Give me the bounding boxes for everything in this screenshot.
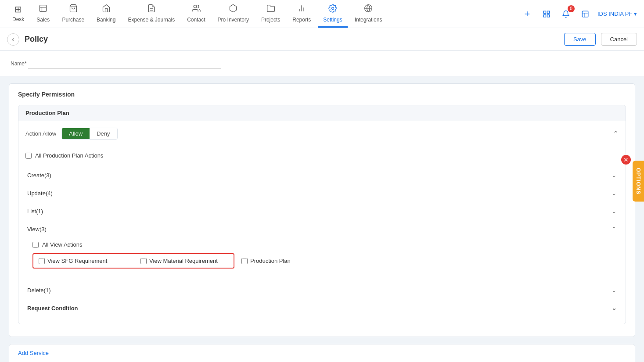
nav-sales-label: Sales bbox=[36, 17, 50, 23]
banking-icon bbox=[102, 4, 111, 15]
production-plan-item: Production Plan bbox=[241, 253, 329, 264]
layout-button[interactable] bbox=[578, 7, 592, 21]
accordion-update: Update(4) ⌄ bbox=[25, 184, 619, 202]
desk-icon: ⊞ bbox=[14, 4, 22, 14]
add-service-select-wrapper: ⌄ bbox=[18, 360, 626, 362]
specify-permission-title: Specify Permission bbox=[18, 91, 626, 98]
allow-deny-toggle: Allow Deny bbox=[61, 128, 117, 140]
name-label: Name* bbox=[11, 61, 27, 67]
chevron-down-icon: ⌄ bbox=[612, 287, 617, 294]
request-condition-row[interactable]: Request Condition ⌄ bbox=[25, 299, 619, 317]
view-sfg-label: View SFG Requirement bbox=[47, 258, 107, 264]
nav-purchase[interactable]: Purchase bbox=[57, 0, 90, 28]
options-tab[interactable]: OPTIONS bbox=[633, 161, 644, 201]
notification-area[interactable]: 0 bbox=[559, 7, 573, 21]
nav-desk[interactable]: ⊞ Desk bbox=[7, 0, 29, 27]
nav-reports[interactable]: Reports bbox=[287, 0, 316, 28]
allow-button[interactable]: Allow bbox=[62, 128, 90, 139]
add-button[interactable]: + bbox=[520, 7, 534, 21]
nav-integrations-label: Integrations bbox=[355, 17, 382, 23]
all-view-label: All View Actions bbox=[42, 241, 83, 248]
chevron-down-icon: ⌄ bbox=[612, 190, 617, 197]
back-button[interactable]: ‹ bbox=[7, 33, 19, 46]
view-material-checkbox[interactable] bbox=[140, 258, 147, 264]
nav-desk-label: Desk bbox=[12, 16, 24, 22]
accordion-update-header[interactable]: Update(4) ⌄ bbox=[25, 184, 619, 202]
svg-rect-14 bbox=[547, 11, 549, 13]
accordion-create-label: Create(3) bbox=[27, 172, 51, 179]
accordion-list-label: List(1) bbox=[27, 208, 43, 215]
accordion-list-header[interactable]: List(1) ⌄ bbox=[25, 202, 619, 220]
nav-projects[interactable]: Projects bbox=[256, 0, 285, 28]
svg-rect-17 bbox=[582, 11, 588, 17]
svg-point-10 bbox=[331, 7, 334, 9]
accordion-view-label: View(3) bbox=[27, 226, 47, 233]
accordion-view-body: All View Actions View SFG Requirement bbox=[25, 238, 619, 281]
name-input[interactable] bbox=[28, 58, 221, 69]
specify-permission-section: Specify Permission Production Plan Actio… bbox=[9, 83, 635, 337]
chevron-up-icon: ⌃ bbox=[612, 226, 617, 233]
svg-rect-16 bbox=[547, 14, 549, 17]
all-actions-label: All Production Plan Actions bbox=[35, 152, 103, 159]
add-service-link[interactable]: Add Service bbox=[18, 350, 49, 356]
svg-rect-15 bbox=[543, 14, 546, 17]
nav-banking[interactable]: Banking bbox=[91, 0, 121, 28]
accordion-create-header[interactable]: Create(3) ⌄ bbox=[25, 166, 619, 184]
nav-right: + 0 IDS INDIA PF ▾ bbox=[520, 7, 637, 21]
nav-pro-inventory[interactable]: Pro Inventory bbox=[212, 0, 254, 28]
deny-button[interactable]: Deny bbox=[90, 128, 117, 139]
action-allow-label: Action Allow bbox=[25, 130, 56, 137]
nav-projects-label: Projects bbox=[261, 17, 280, 23]
nav-purchase-label: Purchase bbox=[62, 17, 84, 23]
options-close-button[interactable]: ✕ bbox=[621, 155, 631, 165]
sales-icon bbox=[39, 4, 47, 15]
view-sfg-item: View SFG Requirement bbox=[39, 258, 126, 264]
all-actions-checkbox[interactable] bbox=[25, 153, 32, 159]
production-plan-header: Production Plan bbox=[18, 105, 626, 121]
accordion-list: List(1) ⌄ bbox=[25, 202, 619, 220]
all-actions-row: All Production Plan Actions bbox=[25, 152, 619, 159]
page-title: Policy bbox=[25, 35, 559, 44]
accordion-view-header[interactable]: View(3) ⌃ bbox=[25, 220, 619, 238]
highlighted-checkboxes-box: View SFG Requirement View Material Requi… bbox=[32, 253, 234, 269]
production-plan-card: Production Plan Action Allow Allow Deny … bbox=[18, 105, 626, 324]
view-material-item: View Material Requirement bbox=[140, 258, 228, 264]
org-label[interactable]: IDS INDIA PF ▾ bbox=[597, 11, 637, 17]
purchase-icon bbox=[69, 4, 78, 15]
nav-sales[interactable]: Sales bbox=[31, 0, 55, 28]
accordion-update-label: Update(4) bbox=[27, 190, 53, 197]
nav-contact-label: Contact bbox=[187, 17, 205, 23]
svg-point-6 bbox=[194, 5, 197, 8]
chevron-down-icon: ⌄ bbox=[612, 208, 617, 215]
all-view-checkbox[interactable] bbox=[32, 242, 39, 248]
sub-header: ‹ Policy Save Cancel bbox=[0, 28, 644, 51]
accordion-view: View(3) ⌃ All View Actions bbox=[25, 220, 619, 281]
accordion-delete-header[interactable]: Delete(1) ⌄ bbox=[25, 281, 619, 299]
accordion-create: Create(3) ⌄ bbox=[25, 166, 619, 184]
save-button[interactable]: Save bbox=[564, 33, 596, 46]
nav-contact[interactable]: Contact bbox=[182, 0, 210, 28]
request-condition-chevron: ⌄ bbox=[612, 305, 617, 312]
action-allow-row: Action Allow Allow Deny ⌃ bbox=[25, 128, 619, 145]
production-plan-view-label: Production Plan bbox=[250, 258, 291, 264]
grid-view-button[interactable] bbox=[540, 7, 554, 21]
contact-icon bbox=[192, 4, 201, 15]
nav-settings-label: Settings bbox=[323, 17, 342, 23]
nav-settings[interactable]: Settings bbox=[318, 0, 347, 28]
cancel-button[interactable]: Cancel bbox=[601, 33, 637, 46]
top-nav: ⊞ Desk Sales Purchase Banking Expense bbox=[0, 0, 644, 28]
nav-expense-journals[interactable]: Expense & Journals bbox=[122, 0, 180, 28]
view-sfg-checkbox[interactable] bbox=[39, 258, 45, 264]
expense-journals-icon bbox=[147, 4, 156, 15]
svg-rect-0 bbox=[40, 5, 47, 11]
pro-inventory-icon bbox=[229, 4, 237, 15]
production-plan-view-checkbox[interactable] bbox=[241, 258, 248, 264]
settings-icon bbox=[328, 4, 337, 15]
nav-pro-inventory-label: Pro Inventory bbox=[218, 17, 249, 23]
name-section: Name* bbox=[0, 51, 644, 76]
collapse-icon[interactable]: ⌃ bbox=[613, 129, 619, 138]
add-service-section: Add Service ⌄ bbox=[9, 344, 635, 362]
nav-integrations[interactable]: Integrations bbox=[349, 0, 388, 28]
production-plan-body: Action Allow Allow Deny ⌃ All Production… bbox=[18, 121, 626, 324]
notification-badge: 0 bbox=[568, 5, 575, 12]
